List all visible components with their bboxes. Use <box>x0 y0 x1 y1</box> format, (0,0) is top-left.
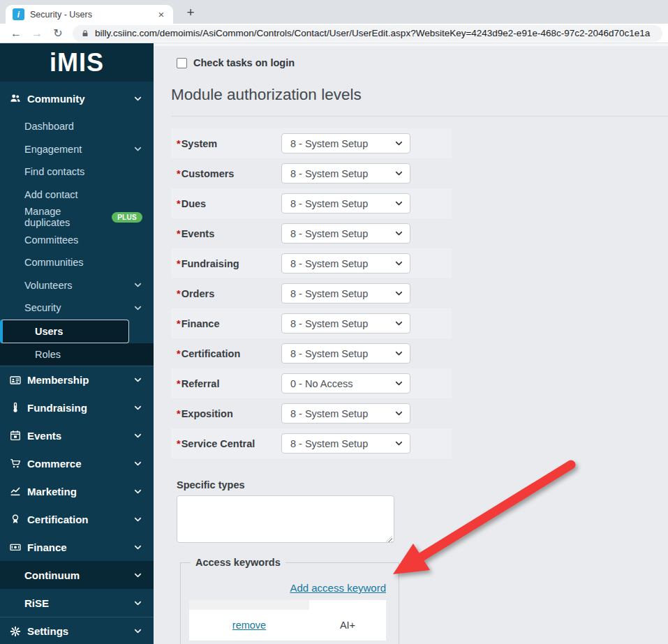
sidebar-item-fundraising[interactable]: Fundraising <box>0 394 154 421</box>
module-select-fundraising[interactable]: 8 - System Setup <box>281 253 410 274</box>
required-marker: * <box>177 168 181 179</box>
sidebar-item-events[interactable]: Events <box>0 421 154 449</box>
module-select-dues[interactable]: 8 - System Setup <box>281 193 410 214</box>
required-marker: * <box>177 408 181 419</box>
module-select-service-central[interactable]: 8 - System Setup <box>281 433 410 454</box>
chevron-down-icon <box>394 229 403 238</box>
chevron-down-icon <box>133 304 142 313</box>
sidebar-item-manage-duplicates[interactable]: Manage duplicates PLUS <box>0 206 154 229</box>
tab-title: Security - Users <box>30 10 155 20</box>
sidebar-item-finance[interactable]: Finance <box>0 533 154 561</box>
sidebar-item-communities[interactable]: Communities <box>0 251 154 274</box>
required-marker: * <box>177 138 181 149</box>
module-row: *Referral 0 - No Access <box>171 368 452 398</box>
module-label: *Service Central <box>171 438 281 449</box>
check-tasks-label: Check tasks on login <box>193 57 295 68</box>
chevron-down-icon <box>394 319 403 328</box>
chevron-down-icon <box>133 144 142 153</box>
chevron-down-icon <box>133 543 142 552</box>
sidebar-item-community[interactable]: Community <box>0 82 154 115</box>
award-icon <box>10 514 21 525</box>
required-marker: * <box>177 318 181 329</box>
sidebar-item-rise[interactable]: RiSE <box>0 589 154 617</box>
lock-icon <box>81 29 89 38</box>
keyword-value: AI+ <box>309 620 386 631</box>
specific-types-label: Specific types <box>177 479 668 491</box>
module-auth-form: *System 8 - System Setup *Customers 8 - … <box>171 128 452 458</box>
chevron-down-icon <box>133 403 142 412</box>
module-label: *Dues <box>171 198 281 209</box>
reload-icon[interactable]: ↻ <box>47 27 68 40</box>
module-row: *System 8 - System Setup <box>171 128 452 158</box>
check-tasks-checkbox[interactable] <box>177 58 187 68</box>
chevron-down-icon <box>394 349 403 358</box>
money-icon <box>10 541 21 553</box>
chevron-down-icon <box>133 431 142 440</box>
chevron-down-icon <box>394 409 403 418</box>
module-label: *Referral <box>171 378 281 389</box>
chevron-down-icon <box>133 94 142 103</box>
imis-favicon-icon: i <box>13 8 24 20</box>
module-select-orders[interactable]: 8 - System Setup <box>281 283 410 304</box>
sidebar-item-find-contacts[interactable]: Find contacts <box>0 160 154 184</box>
add-access-keyword-link[interactable]: Add access keyword <box>181 582 386 594</box>
cart-icon <box>10 458 21 469</box>
module-select-customers[interactable]: 8 - System Setup <box>281 163 410 184</box>
table-row: remove AI+ <box>189 610 386 641</box>
remove-link[interactable]: remove <box>232 620 266 631</box>
browser-tab[interactable]: i Security - Users × <box>6 5 173 24</box>
forward-icon[interactable]: → <box>27 27 47 40</box>
module-row: *Fundraising 8 - System Setup <box>171 248 452 278</box>
access-keywords-table: remove AI+ <box>189 600 386 641</box>
module-row: *Orders 8 - System Setup <box>171 278 452 308</box>
sidebar-item-add-contact[interactable]: Add contact <box>0 184 154 207</box>
module-select-system[interactable]: 8 - System Setup <box>281 133 410 153</box>
module-row: *Events 8 - System Setup <box>171 218 452 248</box>
page-title: Module authorization levels <box>171 86 668 104</box>
sidebar-item-membership[interactable]: Membership <box>0 366 154 394</box>
module-select-referral[interactable]: 0 - No Access <box>281 373 410 394</box>
sidebar-item-committees[interactable]: Committees <box>0 229 154 252</box>
new-tab-button[interactable]: + <box>181 4 200 22</box>
sidebar-item-settings[interactable]: Settings <box>0 617 154 644</box>
module-select-events[interactable]: 8 - System Setup <box>281 223 410 244</box>
chevron-down-icon <box>133 627 142 636</box>
specific-types-input[interactable] <box>177 495 394 543</box>
module-select-certification[interactable]: 8 - System Setup <box>281 343 410 364</box>
sidebar-item-roles[interactable]: Roles <box>0 343 154 366</box>
module-row: *Finance 8 - System Setup <box>171 308 452 338</box>
module-label: *Orders <box>171 288 281 299</box>
calendar-icon <box>10 430 21 441</box>
module-select-exposition[interactable]: 8 - System Setup <box>281 403 410 424</box>
browser-toolbar: ← → ↻ billy.csiinc.com/demoimis/AsiCommo… <box>0 24 668 43</box>
table-header-row <box>189 600 386 610</box>
idcard-icon <box>10 375 21 386</box>
module-label: *Fundraising <box>171 258 281 269</box>
module-select-finance[interactable]: 8 - System Setup <box>281 313 410 334</box>
back-icon[interactable]: ← <box>6 27 27 40</box>
sidebar-item-volunteers[interactable]: Volunteers <box>0 274 154 297</box>
url-bar[interactable]: billy.csiinc.com/demoimis/AsiCommon/Cont… <box>73 25 662 42</box>
sidebar-item-continuum[interactable]: Continuum <box>0 561 154 589</box>
module-row: *Exposition 8 - System Setup <box>171 398 452 428</box>
tab-close-icon[interactable]: × <box>155 8 168 21</box>
access-keywords-legend: Access keywords <box>191 557 285 568</box>
sidebar-item-commerce[interactable]: Commerce <box>0 449 154 477</box>
chevron-down-icon <box>394 199 403 208</box>
imis-logo: iMIS <box>0 43 154 82</box>
sidebar-item-engagement[interactable]: Engagement <box>0 138 154 161</box>
chevron-down-icon <box>394 139 403 148</box>
sidebar-item-users[interactable]: Users <box>0 320 129 343</box>
sidebar-item-marketing[interactable]: Marketing <box>0 477 154 505</box>
module-label: *Events <box>171 228 281 239</box>
module-label: *Customers <box>171 168 281 179</box>
module-label: *System <box>171 138 281 149</box>
required-marker: * <box>177 198 181 209</box>
sidebar-item-certification[interactable]: Certification <box>0 505 154 533</box>
top-strip <box>154 43 668 46</box>
sidebar-item-dashboard[interactable]: Dashboard <box>0 115 154 138</box>
gear-icon <box>10 626 21 637</box>
module-label: *Certification <box>171 348 281 359</box>
sidebar-item-security[interactable]: Security <box>0 297 154 320</box>
chevron-down-icon <box>133 459 142 468</box>
